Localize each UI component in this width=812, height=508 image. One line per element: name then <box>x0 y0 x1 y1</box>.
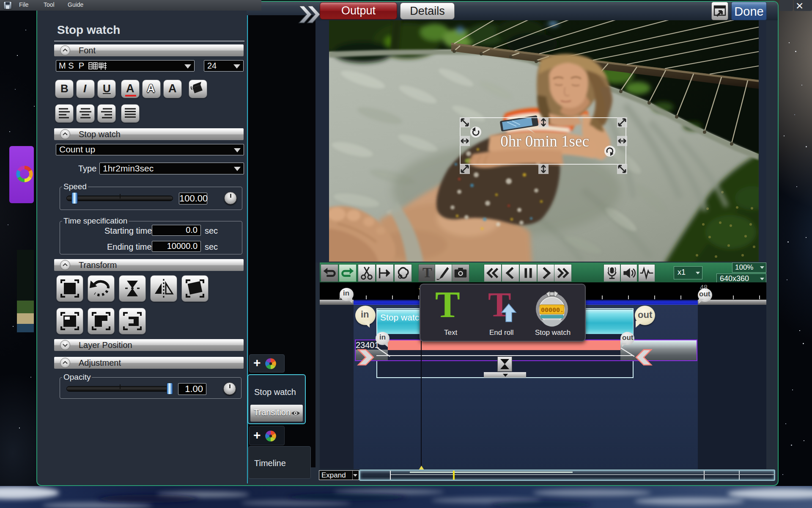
svg-text:00000.: 00000. <box>541 307 564 314</box>
